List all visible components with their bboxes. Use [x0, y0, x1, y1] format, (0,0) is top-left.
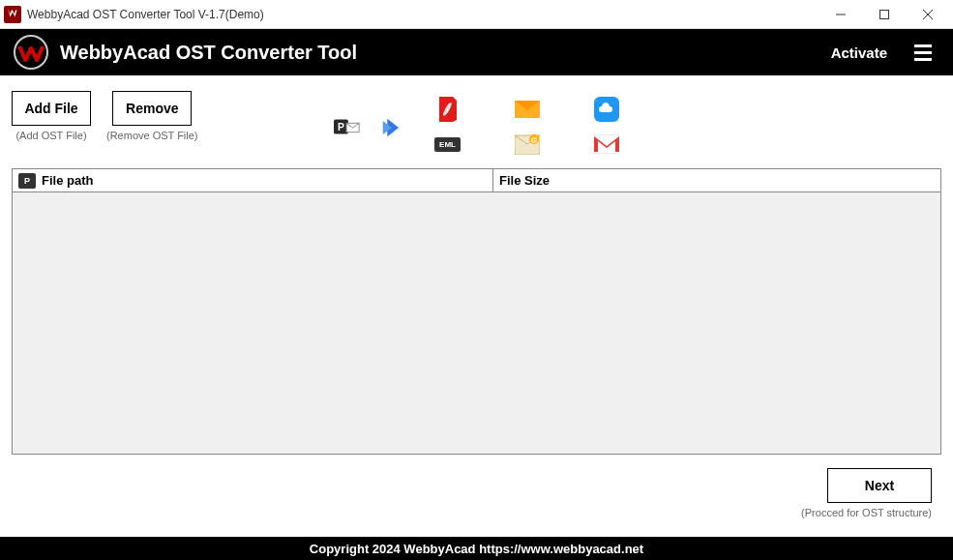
target-formats: EML @ — [434, 97, 649, 159]
svg-rect-1 — [879, 10, 888, 18]
add-file-button[interactable]: Add File — [12, 91, 91, 126]
minimize-button[interactable] — [819, 1, 862, 28]
toolbar: Add File (Add OST File) Remove (Remove O… — [0, 75, 953, 168]
mail-yellow-icon — [514, 97, 541, 122]
add-file-caption: (Add OST File) — [15, 130, 86, 141]
app-icon — [4, 6, 21, 23]
app-header: WebbyAcad OST Converter Tool Activate — [0, 29, 953, 75]
svg-text:P: P — [338, 122, 344, 133]
window-controls — [819, 1, 949, 28]
column-file-size[interactable]: File Size — [493, 169, 940, 192]
svg-text:@: @ — [530, 136, 537, 143]
arrow-right-icon — [378, 115, 405, 140]
pdf-icon — [434, 97, 462, 122]
footer: Next (Procced for OST structure) — [0, 455, 953, 524]
icloud-icon — [593, 97, 620, 122]
copyright-bar: Copyright 2024 WebbyAcad https://www.web… — [0, 537, 953, 560]
close-button[interactable] — [906, 1, 949, 28]
titlebar: WebbyAcad OST Converter Tool V-1.7(Demo) — [0, 0, 953, 29]
button-group: Add File (Add OST File) Remove (Remove O… — [12, 91, 198, 141]
mail-stamp-icon: @ — [514, 132, 541, 157]
pst-source-icon: P — [334, 115, 361, 140]
activate-button[interactable]: Activate — [831, 44, 887, 61]
hamburger-menu-icon[interactable] — [914, 44, 932, 61]
header-title: WebbyAcad OST Converter Tool — [60, 42, 831, 64]
remove-button[interactable]: Remove — [112, 91, 192, 126]
header-logo-icon — [12, 33, 50, 72]
gmail-icon — [593, 132, 620, 157]
pst-column-icon: P — [18, 173, 36, 189]
next-caption: (Procced for OST structure) — [801, 507, 932, 518]
column-file-size-label: File Size — [499, 173, 550, 188]
window-title: WebbyAcad OST Converter Tool V-1.7(Demo) — [27, 8, 819, 21]
column-file-path-label: File path — [42, 173, 93, 188]
remove-caption: (Remove OST File) — [106, 130, 198, 141]
eml-icon: EML — [434, 132, 462, 157]
maximize-button[interactable] — [862, 1, 906, 28]
next-button[interactable]: Next — [827, 468, 932, 503]
table-header: P File path File Size — [13, 169, 940, 192]
conversion-flow: P EML @ — [334, 97, 649, 159]
column-file-path[interactable]: P File path — [13, 169, 493, 192]
file-table: P File path File Size — [12, 168, 941, 455]
